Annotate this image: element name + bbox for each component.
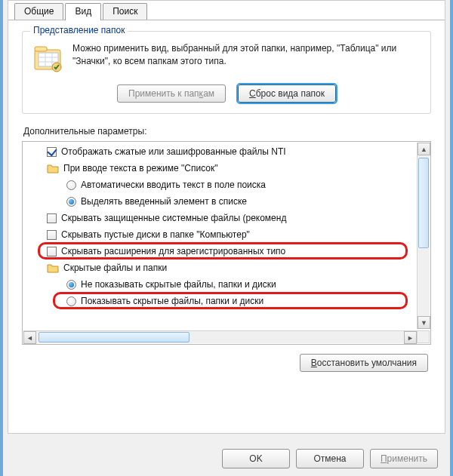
- folder-views-group: Представление папок: [22, 31, 431, 114]
- folder-icon: [47, 262, 59, 274]
- list-item-label: Показывать скрытые файлы, папки и диски: [81, 296, 263, 306]
- list-item-label: Скрывать защищенные системные файлы (рек…: [61, 213, 286, 223]
- tab-general[interactable]: Общие: [14, 3, 63, 20]
- cancel-button[interactable]: Отмена: [296, 449, 364, 468]
- list-item-label: Выделять введенный элемент в списке: [81, 196, 247, 207]
- scroll-up-icon[interactable]: ▲: [418, 143, 430, 155]
- tab-row: Общие Вид Поиск: [8, 1, 445, 20]
- folder-icon: [47, 162, 59, 174]
- advanced-settings-tree: Отображать сжатые или зашифрованные файл…: [22, 141, 431, 345]
- list-item[interactable]: Показывать скрытые файлы, папки и диски: [24, 293, 415, 309]
- scroll-thumb[interactable]: [418, 158, 429, 248]
- vertical-scrollbar[interactable]: ▲ ▼: [417, 143, 430, 329]
- folder-options-icon: [32, 42, 63, 74]
- apply-to-folders-button[interactable]: Применить к папкам: [117, 84, 226, 103]
- auto-type-radio[interactable]: [66, 180, 76, 190]
- list-item-label: При вводе текста в режиме "Список": [63, 163, 218, 174]
- scroll-left-icon[interactable]: ◄: [23, 331, 36, 344]
- list-item-label: Отображать сжатые или зашифрованные файл…: [61, 146, 286, 157]
- highlight-entered-radio[interactable]: [66, 197, 76, 207]
- restore-defaults-button[interactable]: Восстановить умолчания: [300, 354, 428, 372]
- list-item[interactable]: Автоматически вводить текст в поле поиск…: [24, 177, 415, 193]
- scroll-thumb[interactable]: [39, 332, 190, 342]
- list-item-label: Скрывать расширения для зарегистрированн…: [61, 246, 285, 256]
- dont-show-hidden-radio[interactable]: [66, 280, 76, 290]
- scrollbar-corner: [417, 330, 430, 343]
- dialog-button-row: OK Отмена Применить: [222, 449, 438, 468]
- list-item-label: Скрывать пустые диски в папке "Компьютер…: [61, 229, 250, 240]
- ok-button[interactable]: OK: [222, 449, 290, 468]
- list-item-label: Скрытые файлы и папки: [63, 263, 167, 273]
- scroll-down-icon[interactable]: ▼: [418, 316, 430, 329]
- list-item[interactable]: Выделять введенный элемент в списке: [24, 193, 415, 210]
- list-item-label: Не показывать скрытые файлы, папки и дис…: [81, 279, 276, 290]
- list-group: При вводе текста в режиме "Список": [24, 160, 415, 177]
- folder-views-title: Представление папок: [30, 25, 128, 35]
- svg-rect-1: [35, 47, 47, 51]
- list-item[interactable]: Скрывать защищенные системные файлы (рек…: [24, 210, 415, 226]
- list-item[interactable]: Скрывать пустые диски в папке "Компьютер…: [24, 226, 415, 243]
- list-item-label: Автоматически вводить текст в поле поиск…: [81, 180, 266, 190]
- apply-button[interactable]: Применить: [370, 449, 438, 468]
- scroll-right-icon[interactable]: ►: [404, 331, 417, 344]
- list-group: Скрытые файлы и папки: [24, 259, 415, 276]
- list-item[interactable]: Отображать сжатые или зашифрованные файл…: [24, 143, 415, 160]
- horizontal-scrollbar[interactable]: ◄ ►: [23, 330, 417, 343]
- reset-folder-views-button[interactable]: Сброс вида папок: [238, 84, 336, 103]
- tab-view[interactable]: Вид: [65, 3, 101, 20]
- list-item[interactable]: Не показывать скрытые файлы, папки и дис…: [24, 276, 415, 293]
- hide-protected-checkbox[interactable]: [47, 213, 57, 223]
- list-item[interactable]: Скрывать расширения для зарегистрированн…: [24, 243, 415, 259]
- advanced-settings-label: Дополнительные параметры:: [23, 126, 431, 137]
- folder-views-description: Можно применить вид, выбранный для этой …: [72, 42, 421, 74]
- show-hidden-radio[interactable]: [66, 296, 76, 306]
- show-compressed-checkbox[interactable]: [47, 147, 57, 157]
- hide-empty-drives-checkbox[interactable]: [47, 230, 57, 240]
- hide-extensions-checkbox[interactable]: [47, 247, 57, 256]
- tab-search[interactable]: Поиск: [103, 3, 147, 20]
